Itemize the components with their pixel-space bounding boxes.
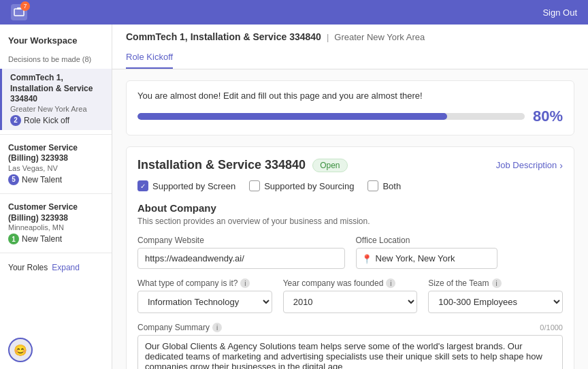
- topbar: 7 Sign Out: [0, 0, 588, 25]
- your-roles-label: Your Roles: [8, 263, 48, 272]
- progress-percent: 80%: [533, 108, 563, 125]
- about-company-desc: This section provides an overview of you…: [137, 216, 563, 226]
- company-type-label: What type of company is it? i: [137, 278, 272, 288]
- notification-badge: 7: [20, 1, 30, 11]
- company-type-info-icon[interactable]: i: [240, 278, 250, 288]
- company-summary-label: Company Summary i: [137, 323, 222, 332]
- team-size-group: Size of the Team i 100-300 Employees 1-5…: [428, 278, 563, 313]
- checkbox-sourcing-box: [249, 180, 260, 191]
- job-description-arrow-icon: ›: [559, 160, 563, 171]
- progress-row: 80%: [137, 108, 563, 125]
- company-summary-group: Company Summary i 0/1000 Our Global Clie…: [137, 323, 563, 369]
- avatar[interactable]: 😊: [8, 338, 33, 362]
- main-layout: Your Workspace Decisions to be made (8) …: [0, 25, 588, 369]
- role-title: Installation & Service 334840: [137, 158, 306, 172]
- checkbox-both[interactable]: Both: [368, 180, 401, 191]
- progress-message: You are almost done! Edit and fill out t…: [137, 91, 563, 101]
- header-separator: |: [327, 32, 329, 42]
- role-header: Installation & Service 334840 Open Job D…: [137, 158, 563, 172]
- job-description-link[interactable]: Job Description ›: [496, 160, 563, 171]
- company-summary-char-count: 0/1000: [540, 323, 563, 332]
- company-summary-info-icon[interactable]: i: [212, 323, 222, 332]
- about-company-title: About Company: [137, 202, 563, 214]
- team-size-info-icon[interactable]: i: [492, 278, 502, 288]
- checkbox-both-box: [368, 180, 378, 191]
- sidebar-item-link-1[interactable]: Role Kick off: [24, 116, 69, 125]
- content-header-subtitle: Greater New York Area: [334, 32, 425, 42]
- company-website-row: Company Website Office Location 📍: [137, 236, 563, 269]
- divider-1: [0, 134, 112, 135]
- badge-num-3: 1: [8, 234, 19, 244]
- progress-section: You are almost done! Edit and fill out t…: [126, 80, 574, 135]
- office-location-label: Office Location: [356, 236, 564, 245]
- company-summary-textarea[interactable]: Our Global Clients & Agency Solutions te…: [137, 335, 563, 369]
- company-details-row: What type of company is it? i Informatio…: [137, 278, 563, 313]
- team-size-select[interactable]: 100-300 Employees 1-50 Employees 300+ Em…: [428, 291, 563, 313]
- badge-num-2: 5: [8, 174, 19, 185]
- year-founded-group: Year company was founded i 2010 2009 201…: [283, 278, 418, 313]
- office-location-input[interactable]: [356, 248, 497, 269]
- progress-bar-fill: [137, 113, 447, 120]
- sidebar-item-link-2[interactable]: New Talent: [22, 175, 62, 184]
- company-website-label: Company Website: [137, 236, 345, 245]
- checkbox-both-label: Both: [382, 181, 401, 191]
- sidebar-item-sub-1: Greater New York Area: [10, 105, 103, 113]
- expand-link[interactable]: Expand: [52, 263, 80, 272]
- team-size-label: Size of the Team i: [428, 278, 563, 288]
- sidebar-item-title-2: Customer Service (Billing) 323938: [8, 143, 103, 164]
- role-card: Installation & Service 334840 Open Job D…: [126, 146, 574, 369]
- progress-bar-background: [137, 113, 525, 120]
- sidebar-item-customer2[interactable]: Customer Service (Billing) 323938 Minnea…: [0, 198, 112, 248]
- checkboxes-row: ✓ Supported by Screen Supported by Sourc…: [137, 180, 563, 191]
- company-type-group: What type of company is it? i Informatio…: [137, 278, 272, 313]
- divider-3: [0, 253, 112, 253]
- signout-button[interactable]: Sign Out: [542, 7, 577, 18]
- checkbox-supported-by-screen[interactable]: ✓ Supported by Screen: [137, 180, 235, 191]
- content-tabs: Role Kickoff: [126, 48, 574, 69]
- about-company-section: About Company This section provides an o…: [137, 202, 563, 369]
- checkbox-supported-by-sourcing[interactable]: Supported by Sourcing: [249, 180, 354, 191]
- role-title-row: Installation & Service 334840 Open: [137, 158, 348, 172]
- checkbox-sourcing-label: Supported by Sourcing: [264, 181, 354, 191]
- divider-2: [0, 193, 112, 194]
- checkbox-screen-label: Supported by Screen: [152, 181, 235, 191]
- role-status-badge: Open: [312, 159, 347, 172]
- content-header-title: CommTech 1, Installation & Service 33484…: [126, 31, 321, 42]
- content-body: You are almost done! Edit and fill out t…: [112, 69, 588, 369]
- year-founded-label: Year company was founded i: [283, 278, 418, 288]
- job-description-label: Job Description: [496, 160, 557, 170]
- sidebar-item-link-3[interactable]: New Talent: [22, 234, 62, 244]
- sidebar-item-commtech[interactable]: CommTech 1, Installation & Service 33484…: [0, 69, 112, 130]
- sidebar-item-badge-3: 1 New Talent: [8, 234, 62, 244]
- company-website-group: Company Website: [137, 236, 345, 269]
- sidebar-item-title-3: Customer Service (Billing) 323938: [8, 202, 103, 223]
- sidebar-item-sub-3: Minneapolis, MN: [8, 223, 103, 231]
- year-founded-info-icon[interactable]: i: [386, 278, 395, 288]
- topbar-left: 7: [11, 4, 27, 20]
- sidebar-item-sub-2: Las Vegas, NV: [8, 164, 103, 172]
- office-location-group: Office Location 📍: [356, 236, 564, 269]
- checkbox-screen-box: ✓: [137, 180, 148, 191]
- workspace-label: Your Workspace: [0, 33, 112, 52]
- tab-role-kickoff[interactable]: Role Kickoff: [126, 48, 173, 69]
- sidebar-item-title-1: CommTech 1, Installation & Service 33484…: [10, 73, 103, 105]
- sidebar-item-badge-2: 5 New Talent: [8, 174, 62, 185]
- content-header: CommTech 1, Installation & Service 33484…: [112, 25, 588, 69]
- content-area: CommTech 1, Installation & Service 33484…: [112, 25, 588, 369]
- app-icon: 7: [11, 4, 27, 20]
- location-icon: 📍: [361, 253, 372, 263]
- sidebar-item-customer1[interactable]: Customer Service (Billing) 323938 Las Ve…: [0, 139, 112, 189]
- sidebar-roles: Your Roles Expand: [0, 257, 112, 278]
- sidebar-item-badge-1: 2 Role Kick off: [10, 115, 69, 126]
- sidebar: Your Workspace Decisions to be made (8) …: [0, 25, 112, 369]
- company-website-input[interactable]: [137, 248, 345, 269]
- year-founded-select[interactable]: 2010 2009 2011: [283, 291, 418, 313]
- office-location-input-wrapper: 📍: [356, 248, 564, 269]
- badge-num-1: 2: [10, 115, 21, 126]
- content-header-top: CommTech 1, Installation & Service 33484…: [126, 31, 574, 48]
- company-type-select[interactable]: Information Technology Healthcare Financ…: [137, 291, 272, 313]
- decisions-label: Decisions to be made (8): [0, 52, 112, 69]
